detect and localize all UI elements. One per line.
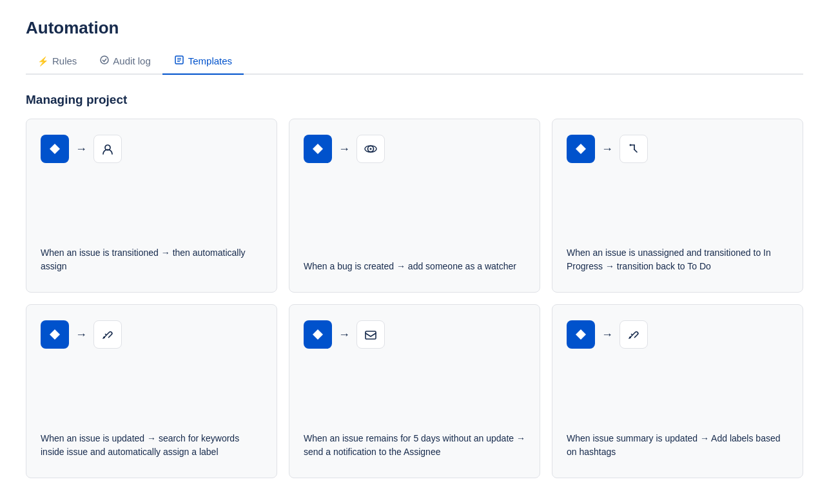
card-1-arrow: → [75, 142, 87, 156]
tab-bar: ⚡ Rules Audit log Templates [26, 50, 803, 75]
rules-icon: ⚡ [37, 56, 48, 66]
automation-page: Automation ⚡ Rules Audit log [0, 0, 829, 496]
template-card-5[interactable]: → When an issue remains for 5 days witho… [289, 304, 540, 478]
card-6-arrow: → [601, 328, 613, 342]
card-1-action-icon [93, 135, 122, 163]
card-2-action-icon [356, 135, 385, 163]
card-1-description: When an issue is transitioned → then aut… [41, 246, 262, 274]
template-card-4[interactable]: → When an issue is updated → search for … [26, 304, 277, 478]
template-card-6[interactable]: → When issue summary is updated → Add la… [552, 304, 803, 478]
tab-rules[interactable]: ⚡ Rules [26, 50, 88, 75]
card-4-action-icon [93, 320, 122, 349]
card-3-icons: → [567, 135, 788, 163]
card-1-icons: → [41, 135, 262, 163]
page-title: Automation [26, 18, 803, 38]
card-6-icons: → [567, 320, 788, 349]
auditlog-icon [100, 55, 109, 66]
template-card-1[interactable]: → When an issue is transitioned → then a… [26, 119, 277, 293]
card-2-description: When a bug is created → add someone as a… [304, 260, 525, 274]
card-5-icons: → [304, 320, 525, 349]
tab-templates-label: Templates [188, 55, 232, 66]
tab-audit-log[interactable]: Audit log [88, 50, 162, 75]
card-4-trigger-icon [41, 320, 69, 349]
card-5-description: When an issue remains for 5 days without… [304, 432, 525, 460]
tab-rules-label: Rules [52, 55, 77, 66]
card-3-trigger-icon [567, 135, 595, 163]
card-4-description: When an issue is updated → search for ke… [41, 432, 262, 460]
card-5-trigger-icon [304, 320, 332, 349]
card-5-arrow: → [338, 328, 350, 342]
card-2-arrow: → [338, 142, 350, 156]
templates-grid: → When an issue is transitioned → then a… [26, 119, 803, 478]
card-3-action-icon [619, 135, 648, 163]
svg-point-7 [370, 148, 372, 150]
svg-point-12 [629, 336, 631, 338]
card-3-description: When an issue is unassigned and transiti… [567, 246, 788, 274]
card-4-arrow: → [75, 328, 87, 342]
svg-point-0 [101, 56, 108, 64]
card-5-action-icon [356, 320, 385, 349]
template-card-3[interactable]: → When an issue is unassigned and transi… [552, 119, 803, 293]
svg-rect-11 [366, 331, 376, 339]
card-6-description: When issue summary is updated → Add labe… [567, 432, 788, 460]
card-6-action-icon [619, 320, 648, 349]
card-1-trigger-icon [41, 135, 69, 163]
template-card-2[interactable]: → When a bug is created → add someone as… [289, 119, 540, 293]
tab-audit-log-label: Audit log [113, 55, 150, 66]
svg-point-10 [103, 336, 105, 338]
card-6-trigger-icon [567, 320, 595, 349]
card-4-icons: → [41, 320, 262, 349]
card-2-trigger-icon [304, 135, 332, 163]
templates-icon [174, 55, 184, 67]
section-title: Managing project [26, 93, 803, 107]
svg-point-9 [630, 144, 632, 146]
tab-templates[interactable]: Templates [162, 50, 244, 75]
card-3-arrow: → [601, 142, 613, 156]
card-2-icons: → [304, 135, 525, 163]
